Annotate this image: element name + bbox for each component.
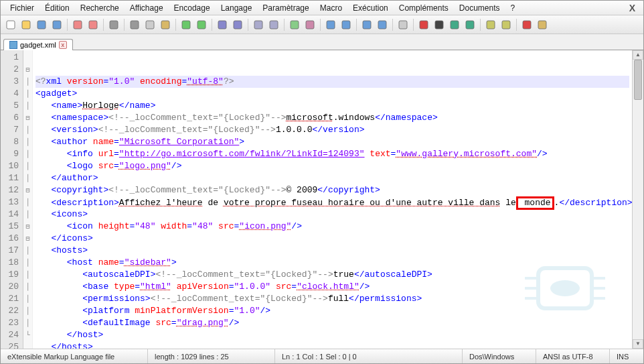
close-button[interactable] [70,17,85,32]
menu-recherche[interactable]: Recherche [75,2,125,14]
fold-marker[interactable]: │ [23,160,32,172]
fold-marker[interactable]: │ [23,76,32,88]
code-line[interactable]: </host> [35,329,629,341]
fold-marker[interactable] [23,341,32,349]
save-button[interactable] [34,17,49,32]
redo-button[interactable] [194,17,209,32]
code-line[interactable]: <name>Horloge</name> [35,100,629,112]
code-line[interactable]: <logo src="logo.png"/> [35,160,629,172]
replace-button[interactable] [230,17,245,32]
code-line[interactable]: </author> [35,172,629,184]
sync-button[interactable] [287,17,302,32]
menu-excution[interactable]: Exécution [347,2,394,14]
copy-button[interactable] [143,17,157,32]
code-line[interactable]: <info url="http://go.microsoft.com/fwlin… [35,148,629,160]
code-line[interactable]: <autoscaleDPI><!--_locComment_text="{Loc… [35,269,629,281]
menu-documents[interactable]: Documents [454,2,505,14]
ext1-button[interactable] [483,17,498,32]
code-line[interactable]: <namespace><!--_locComment_text="{Locked… [35,112,629,124]
code-line[interactable]: </icons> [35,233,629,245]
scroll-down-arrow-icon[interactable]: ▼ [633,339,643,349]
fold-marker[interactable]: ⊟ [23,184,32,196]
menu-dition[interactable]: Édition [39,2,75,14]
fold-marker[interactable]: │ [23,245,32,257]
fold-marker[interactable] [23,52,32,64]
code-editor[interactable]: <?xml version="1.0" encoding="utf-8"?><g… [33,50,632,349]
record-button[interactable] [416,17,431,32]
fold-marker[interactable]: │ [23,100,32,112]
code-line[interactable]: <base type="html" apiVersion="1.0.0" src… [35,281,629,293]
code-line[interactable]: <author name="Microsoft Corporation"> [35,136,629,148]
all-chars-button[interactable] [323,17,338,32]
spell-button[interactable] [519,17,534,32]
code-line[interactable]: <icon height="48" width="48" src="icon.p… [35,221,629,233]
fold-gutter[interactable]: ⊟│││⊟│││││⊟││⊟⊟│││││││└ [23,50,33,349]
menu-fichier[interactable]: Fichier [5,2,39,14]
ext2-button[interactable] [499,17,513,32]
code-line[interactable]: <?xml version="1.0" encoding="utf-8"?> [35,76,629,88]
code-line[interactable]: </hosts> [35,341,629,349]
open-button[interactable] [19,17,33,32]
menu-encodage[interactable]: Encodage [169,2,216,14]
hide-button[interactable] [396,17,410,32]
fold-marker[interactable]: │ [23,124,32,136]
fold-marker[interactable]: │ [23,293,32,305]
scroll-thumb[interactable] [634,60,642,100]
save-all-button[interactable] [50,17,64,32]
paste-button[interactable] [158,17,173,32]
zoom-in-button[interactable] [251,17,266,32]
menu-[interactable]: ? [505,2,521,14]
code-line[interactable]: <permissions><!--_locComment_text="{Lock… [35,293,629,305]
menu-macro[interactable]: Macro [315,2,347,14]
fold-marker[interactable]: └ [23,329,32,341]
play-button[interactable] [447,17,462,32]
new-button[interactable] [3,17,18,32]
fold-marker[interactable]: ⊟ [23,221,32,233]
scroll-up-arrow-icon[interactable]: ▲ [633,50,643,60]
menu-paramtrage[interactable]: Paramètrage [257,2,314,14]
fold-marker[interactable]: │ [23,257,32,269]
find-button[interactable] [215,17,230,32]
code-line[interactable]: <hosts> [35,245,629,257]
code-line[interactable]: <icons> [35,208,629,221]
code-line[interactable]: <description>Affichez l'heure de votre p… [35,196,629,208]
file-tab[interactable]: gadget.xml x [3,39,73,50]
fold-marker[interactable]: │ [23,305,32,317]
fold-marker[interactable]: │ [23,281,32,293]
undo-button[interactable] [179,17,193,32]
fold-marker[interactable]: │ [23,88,32,100]
menu-langage[interactable]: Langage [216,2,258,14]
code-line[interactable]: <host name="sidebar"> [35,257,629,269]
code-line[interactable]: <gadget> [35,88,629,100]
window-close-x[interactable]: X [625,3,639,13]
menu-affichage[interactable]: Affichage [125,2,169,14]
play-multi-button[interactable] [463,17,477,32]
code-line[interactable]: <version><!--_locComment_text="{Locked}"… [35,124,629,136]
fold-marker[interactable]: │ [23,136,32,148]
wrap-button[interactable] [303,17,317,32]
indent-button[interactable] [339,17,353,32]
fold-marker[interactable]: │ [23,269,32,281]
stop-button[interactable] [432,17,447,32]
fold-marker[interactable]: │ [23,208,32,221]
unfold-button[interactable] [375,17,390,32]
tab-close-icon[interactable]: x [59,41,67,49]
cut-button[interactable] [127,17,142,32]
code-line[interactable]: <copyright><!--_locComment_text="{Locked… [35,184,629,196]
fold-marker[interactable]: │ [23,196,32,208]
fold-marker[interactable]: │ [23,172,32,184]
editor-area[interactable]: 1234567891011121314151617181920212223242… [1,50,643,349]
fold-marker[interactable]: │ [23,148,32,160]
fold-marker[interactable]: ⊟ [23,112,32,124]
vertical-scrollbar[interactable]: ▲ ▼ [632,50,643,349]
fold-button[interactable] [359,17,374,32]
menu-complments[interactable]: Compléments [394,2,454,14]
code-line[interactable]: <platform minPlatformVersion="1.0"/> [35,305,629,317]
fold-marker[interactable]: ⊟ [23,64,32,76]
fold-marker[interactable]: ⊟ [23,233,32,245]
folder-button[interactable] [535,17,550,32]
close-all-button[interactable] [86,17,100,32]
fold-marker[interactable]: │ [23,317,32,329]
zoom-out-button[interactable] [266,17,281,32]
print-button[interactable] [106,17,121,32]
